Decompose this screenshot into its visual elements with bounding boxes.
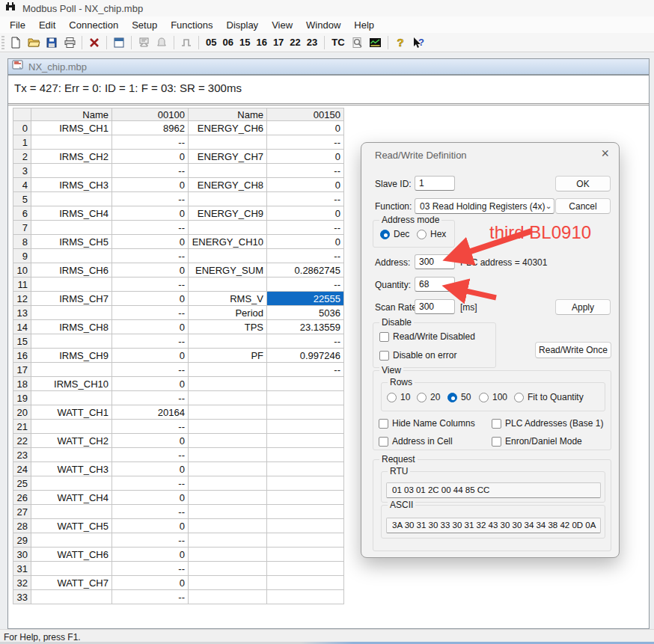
grid-cell[interactable]: IRMS_CH7 <box>31 292 112 306</box>
ok-button[interactable]: OK <box>555 176 611 191</box>
radio-rows-20[interactable]: 20 <box>417 392 440 402</box>
row-number[interactable]: 24 <box>13 462 31 476</box>
menu-connection[interactable]: Connection <box>62 18 125 32</box>
grid-header-1[interactable]: Name <box>31 108 112 121</box>
grid-cell[interactable]: 0 <box>112 349 189 363</box>
grid-cell[interactable] <box>189 405 267 420</box>
grid-cell[interactable]: WATT_CH5 <box>31 519 112 533</box>
poll-setup-icon[interactable] <box>135 35 152 50</box>
row-number[interactable]: 4 <box>13 178 31 192</box>
row-number[interactable]: 33 <box>13 590 31 604</box>
grid-cell[interactable] <box>267 405 344 420</box>
function-button-06[interactable]: 06 <box>219 37 236 48</box>
grid-cell[interactable]: PF <box>189 349 267 363</box>
grid-cell[interactable] <box>267 434 344 448</box>
grid-cell[interactable]: ENERGY_CH7 <box>189 150 267 164</box>
new-file-icon[interactable] <box>7 35 24 50</box>
read-write-definition-icon[interactable] <box>111 35 127 50</box>
grid-cell[interactable] <box>267 576 344 590</box>
grid-cell[interactable]: 20164 <box>112 405 189 420</box>
grid-cell[interactable]: 0.997246 <box>267 349 344 363</box>
grid-cell[interactable] <box>189 434 267 448</box>
pulse-icon[interactable] <box>178 35 195 50</box>
grid-cell[interactable]: 0 <box>267 178 344 192</box>
grid-cell[interactable]: 0 <box>267 121 344 135</box>
row-number[interactable]: 9 <box>13 249 31 263</box>
function-select[interactable]: 03 Read Holding Registers (4x) ⌄ <box>415 198 554 214</box>
grid-cell[interactable]: ENERGY_CH6 <box>189 121 267 135</box>
address-input[interactable] <box>415 254 455 269</box>
menu-edit[interactable]: Edit <box>32 18 62 32</box>
grid-cell[interactable]: 0 <box>112 178 189 192</box>
grid-cell[interactable]: 0 <box>112 491 189 505</box>
grid-cell[interactable] <box>31 533 112 548</box>
grid-cell[interactable]: 0.2862745 <box>267 263 344 277</box>
row-number[interactable]: 25 <box>13 476 31 491</box>
radio-fit-icon[interactable] <box>514 393 524 402</box>
grid-cell[interactable]: TPS <box>189 320 267 334</box>
grid-cell[interactable] <box>267 391 344 405</box>
grid-cell[interactable]: -- <box>112 334 189 349</box>
checkbox-icon[interactable] <box>379 437 388 447</box>
disable-on-error-checkbox[interactable]: Disable on error <box>379 350 456 361</box>
scan-rate-input[interactable] <box>415 299 455 314</box>
close-icon[interactable]: × <box>601 147 609 160</box>
grid-header-3[interactable]: Name <box>189 108 267 121</box>
radio-rows-50[interactable]: 50 <box>447 392 471 402</box>
grid-cell[interactable] <box>189 519 267 533</box>
grid-cell[interactable] <box>267 491 344 505</box>
grid-cell[interactable] <box>267 462 344 476</box>
alias-icon[interactable] <box>153 35 170 50</box>
row-number[interactable]: 17 <box>13 363 31 377</box>
radio-10-icon[interactable] <box>387 393 397 402</box>
grid-cell[interactable] <box>189 135 267 150</box>
grid-cell[interactable] <box>267 476 344 491</box>
radio-hex[interactable]: Hex <box>417 229 446 239</box>
grid-cell[interactable] <box>31 249 112 263</box>
grid-cell[interactable]: 22555 <box>267 292 344 306</box>
grid-cell[interactable] <box>189 377 267 391</box>
grid-cell[interactable] <box>189 420 267 434</box>
row-number[interactable]: 7 <box>13 221 31 235</box>
grid-cell[interactable] <box>267 448 344 462</box>
row-number[interactable]: 28 <box>13 519 31 533</box>
apply-button[interactable]: Apply <box>555 299 611 315</box>
grid-cell[interactable] <box>189 448 267 462</box>
grid-cell[interactable]: -- <box>112 164 189 178</box>
grid-cell[interactable] <box>31 448 112 462</box>
grid-cell[interactable]: WATT_CH2 <box>31 434 112 448</box>
open-file-icon[interactable] <box>25 35 42 50</box>
grid-cell[interactable] <box>189 221 267 235</box>
row-number[interactable]: 27 <box>13 505 31 519</box>
row-number[interactable]: 14 <box>13 320 31 334</box>
menu-functions[interactable]: Functions <box>164 18 219 32</box>
menu-file[interactable]: File <box>3 18 32 32</box>
row-number[interactable]: 21 <box>13 420 31 434</box>
grid-cell[interactable] <box>267 590 344 604</box>
grid-cell[interactable]: ENERGY_CH9 <box>189 206 267 221</box>
function-button-05[interactable]: 05 <box>203 37 219 48</box>
grid-cell[interactable] <box>267 420 344 434</box>
row-number[interactable]: 2 <box>13 150 31 164</box>
grid-cell[interactable]: IRMS_CH6 <box>31 263 112 277</box>
grid-cell[interactable]: RMS_V <box>189 292 267 306</box>
row-number[interactable]: 15 <box>13 334 31 349</box>
communication-traffic-icon[interactable] <box>367 35 384 50</box>
grid-cell[interactable]: WATT_CH6 <box>31 548 112 562</box>
grid-cell[interactable]: 0 <box>267 206 344 221</box>
radio-50-icon[interactable] <box>447 393 457 402</box>
titlebar[interactable]: Modbus Poll - NX_chip.mbp <box>0 0 654 16</box>
grid-cell[interactable] <box>189 192 267 206</box>
grid-cell[interactable] <box>189 562 267 576</box>
grid-cell[interactable] <box>189 491 267 505</box>
function-button-17[interactable]: 17 <box>270 37 287 48</box>
grid-cell[interactable]: 0 <box>112 462 189 476</box>
row-number[interactable]: 1 <box>13 135 31 150</box>
grid-cell[interactable]: -- <box>267 363 344 377</box>
grid-cell[interactable]: 0 <box>267 235 344 249</box>
grid-cell[interactable]: -- <box>112 306 189 320</box>
row-number[interactable]: 30 <box>13 548 31 562</box>
grid-cell[interactable]: -- <box>112 448 189 462</box>
grid-cell[interactable]: 0 <box>112 434 189 448</box>
document-titlebar[interactable]: NX_chip.mbp <box>8 59 649 76</box>
